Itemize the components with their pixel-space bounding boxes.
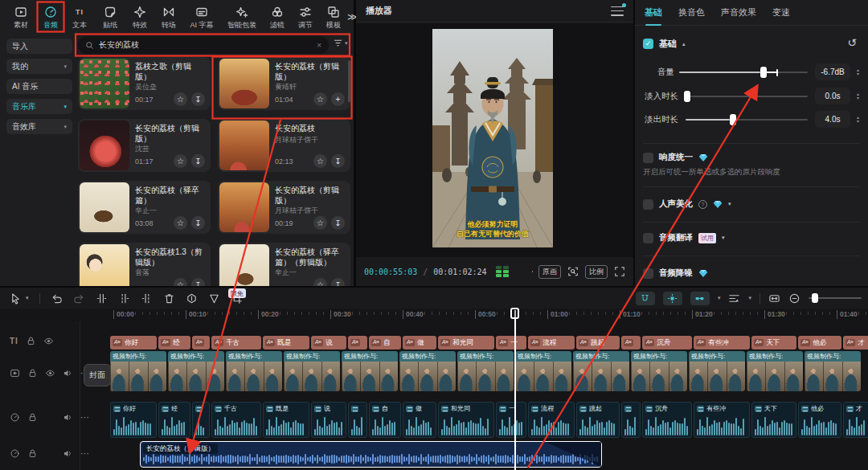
chevron-down-icon[interactable]: ▾ [26,295,29,301]
voice-clip[interactable] [348,402,367,438]
volume-slider[interactable] [679,72,808,73]
card-action-icon[interactable]: ↧ [191,154,205,168]
speaker-icon[interactable] [63,412,73,423]
voice-clip[interactable]: 说 [311,402,346,438]
auto-snap-toggle[interactable] [663,292,682,305]
linkage-toggle[interactable] [690,292,710,305]
video-clip[interactable]: 视频制作与: [631,351,687,391]
fit-timeline-button[interactable] [768,292,780,304]
delete-right-button[interactable] [141,292,153,304]
voice-clip[interactable]: 和光同 [438,402,494,438]
video-clip[interactable]: 视频制作与: [457,351,514,391]
split-button[interactable] [96,292,108,304]
video-clip[interactable]: 视频制作与: [805,351,861,391]
video-clip[interactable]: 视频制作与: [284,351,340,391]
card-action-icon[interactable]: ↧ [331,216,345,230]
video-clip[interactable]: 视频制作与: [226,351,282,391]
fullscreen-icon[interactable] [614,266,625,277]
tab-basic[interactable]: 基础 [645,6,662,18]
tab-filters[interactable]: 滤镜 [264,3,291,34]
favorite-icon[interactable]: ☆ [174,92,187,106]
playhead-handle[interactable] [510,308,519,319]
volume-slider-handle[interactable] [760,67,767,78]
music-card[interactable]: 长安的荔枝1.3（剪辑版） 音落 ☆ ↧ [78,243,211,286]
voice-clip[interactable]: 天下 [751,402,796,438]
video-clip[interactable]: 视频制作与: [689,351,745,391]
music-card[interactable]: 长安的荔枝（剪辑版） 月球桔子饼干 00:19 ☆ ↧ [218,181,350,234]
voice-clip[interactable]: 跳起 [576,402,620,438]
sidebar-item-import[interactable]: 导入 [6,39,72,54]
playhead-line[interactable] [514,310,516,470]
tab-speed[interactable]: 变速 [772,6,790,18]
card-action-icon[interactable]: ↧ [191,216,205,230]
zoom-out-button[interactable] [788,292,800,304]
loudness-checkbox[interactable] [643,153,653,163]
text-clip[interactable]: A≡ 你好 [110,336,157,349]
original-quality-button[interactable]: 原画 [538,265,561,279]
favorite-icon[interactable]: ☆ [313,154,327,168]
favorite-icon[interactable]: ☆ [174,216,187,230]
text-clip[interactable]: A≡ 有些冲 [694,336,750,349]
section-checkbox[interactable]: ✓ [643,39,653,49]
text-clip[interactable]: A≡ 流程 [528,336,575,349]
video-clip[interactable]: 视频制作与: [110,351,166,391]
text-clip[interactable]: A≡ 做 [403,336,436,349]
favorite-icon[interactable]: ☆ [174,154,187,168]
voice-clip[interactable]: 自 [369,402,401,438]
text-clip[interactable]: A≡ 经 [158,336,190,349]
sidebar-item-mine[interactable]: 我的▾ [6,59,72,74]
timeline-ruler[interactable]: 00:00 00:10 00:20 00:30 00:40 00:50 01:0… [80,309,868,321]
video-clip[interactable]: 视频制作与: [747,351,803,391]
text-clip[interactable]: A≡ 才 [843,336,868,349]
voice-clip[interactable]: 一 [496,402,526,438]
video-clip[interactable]: 视频制作与: [515,351,571,391]
fade-in-handle[interactable] [684,91,690,102]
text-clip[interactable]: A≡ 和光同 [438,336,494,349]
eye-icon[interactable] [43,336,54,346]
delete-button[interactable] [163,292,175,304]
music-card[interactable]: 长安的荔枝 月球桔子饼干 02:13 ☆ ↧ [218,119,350,172]
video-preview[interactable]: 他必须努力证明 自己有无可替代的价值 [432,29,553,247]
text-clip[interactable]: A≡ 沉舟 [642,336,692,349]
fade-out-stepper[interactable]: ▴▾ [853,111,863,128]
text-clip[interactable]: A≡ [192,336,210,349]
fade-in-stepper[interactable]: ▴▾ [853,88,863,104]
tab-effects[interactable]: 特效 [125,3,154,34]
voice-clip[interactable] [621,402,641,438]
voice-clip[interactable]: 沉舟 [642,402,692,438]
lock-icon[interactable] [27,368,38,378]
tab-audio[interactable]: 音频 [37,3,64,34]
speaker-icon[interactable] [63,448,73,459]
volume-value[interactable]: -6.7dB [815,63,850,80]
music-card[interactable]: 长安的荔枝（驿卒篇） 辛止一 03:08 ☆ ↧ [78,181,211,234]
card-action-icon[interactable]: ↧ [191,278,205,286]
voice-beautify-checkbox[interactable] [643,199,653,210]
chevron-down-icon[interactable]: ▾ [728,201,731,207]
voice-clip[interactable]: 既是 [263,402,309,438]
video-clip[interactable]: 视频制作与: [342,351,398,391]
search-input[interactable]: 长安的荔枝 × [78,36,329,54]
voice-clip[interactable]: 做 [403,402,436,438]
tab-templates[interactable]: 模板 [320,3,347,34]
chevron-down-icon[interactable]: ▾ [748,295,751,301]
music-card[interactable]: 长安的荔枝（驿卒篇）（剪辑版） 辛止一 ☆ ↧ [218,243,350,286]
tab-sound-effects[interactable]: 声音效果 [721,6,756,18]
clear-search-icon[interactable]: × [317,41,321,50]
tab-adjust[interactable]: 调节 [291,3,320,34]
voice-clip[interactable]: 经 [158,402,190,438]
tab-transitions[interactable]: 转场 [154,3,183,34]
fade-in-slider[interactable] [686,96,808,97]
music-card[interactable]: 长安的荔枝（剪辑版） 黄靖轩 01:04 ☆ + [218,57,350,110]
lock-icon[interactable] [26,336,36,346]
text-clip[interactable]: A≡ 天下 [751,336,796,349]
tab-smart-package[interactable]: 智能包装 [220,3,264,34]
text-clip[interactable]: A≡ 千古 [211,336,261,349]
preview-axis-button[interactable] [728,292,740,304]
music-card[interactable]: 长安的荔枝（剪辑版） 沈芸 01:17 ☆ ↧ [78,119,211,172]
select-tool-button[interactable] [10,292,22,304]
focus-frame-icon[interactable] [567,266,579,277]
fade-out-handle[interactable] [730,114,736,125]
mask-button[interactable] [208,292,220,304]
text-clip[interactable]: A≡ 说 [311,336,346,349]
text-clip[interactable]: A≡ 他必 [798,336,841,349]
